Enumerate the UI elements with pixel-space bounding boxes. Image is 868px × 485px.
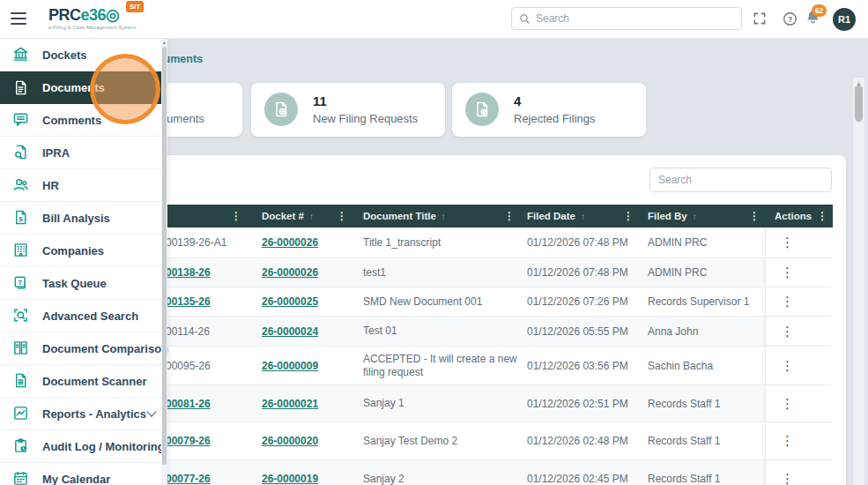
people-icon [12,176,30,194]
card-count: 4 [514,93,521,108]
row-actions-button[interactable]: ⋮ [775,233,799,252]
sidebar-item-documents[interactable]: Documents [0,71,167,104]
sidebar-item-bill-analysis[interactable]: $ Bill Analysis [0,202,167,235]
filing-number: 00114-26 [166,325,210,338]
chevron-down-icon [146,407,156,416]
filed-date: 01/12/2026 02:51 PM [527,398,628,410]
filing-link[interactable]: 00081-26 [166,398,211,410]
row-actions-button[interactable]: ⋮ [775,292,799,311]
table-row[interactable]: 00114-26 26-0000024 Test 01 01/12/2026 0… [79,317,833,347]
summary-card-rejected-filings[interactable]: 4 Rejected Filings [452,83,646,137]
sidebar-item-my-calendar[interactable]: My Calendar [0,463,167,485]
filing-number: 00095-26 [166,360,211,372]
docket-link[interactable]: 26-0000021 [262,398,318,410]
filed-date: 01/12/2026 07:48 PM [527,266,628,279]
column-menu-icon[interactable]: ⋮ [618,210,639,222]
filing-link[interactable]: 00135-26 [166,295,211,308]
page-scrollbar-thumb[interactable] [855,86,863,122]
file-plus-icon [264,93,298,126]
global-search [511,7,742,30]
docket-link[interactable]: 26-0000026 [262,236,318,249]
column-header-docket[interactable]: Docket #↑⋮ [247,205,352,228]
table-row[interactable]: 00138-26 26-0000026 test1 01/12/2026 07:… [79,258,833,287]
column-menu-icon[interactable]: ⋮ [499,210,520,222]
filing-link[interactable]: 00138-26 [166,266,211,279]
column-menu-icon[interactable]: ⋮ [331,210,352,222]
docket-link[interactable]: 26-0000025 [262,295,318,308]
table-row[interactable]: 00077-26 26-0000019 Sanjay 2 01/12/2026 … [79,460,833,485]
table-row[interactable]: 00135-26 26-0000025 SMD New Document 001… [79,287,833,317]
hamburger-menu-icon[interactable] [11,12,26,26]
docket-link[interactable]: 26-0000019 [262,473,318,485]
logo-e36: e36 [81,6,107,24]
row-actions-button[interactable]: ⋮ [775,356,799,376]
column-header-filed-date[interactable]: Filed Date↑⋮ [520,205,639,228]
notifications-button[interactable]: 62 [805,9,826,30]
scroll-up-icon[interactable]: ▲ [162,40,167,45]
docket-link[interactable]: 26-0000009 [262,360,318,372]
notification-badge: 62 [812,4,827,17]
bank-icon [12,46,30,63]
docket-link[interactable]: 26-0000020 [262,435,318,447]
filing-link[interactable]: 00077-26 [166,473,211,485]
row-actions-button[interactable]: ⋮ [775,263,799,282]
row-actions-button[interactable]: ⋮ [775,322,799,341]
sidebar-scrollbar[interactable]: ▲ [161,39,167,485]
sort-asc-icon[interactable]: ↑ [581,212,585,221]
sidebar-item-document-scanner[interactable]: Document Scanner [0,365,167,398]
card-label: New Filing Requests [313,112,418,125]
sidebar-scrollbar-thumb[interactable] [162,47,167,465]
column-menu-icon[interactable]: ⋮ [812,210,833,222]
table-row[interactable]: 00139-26-A1 26-0000026 Title 1_transcrip… [79,228,833,258]
app-logo: PRCe36◎ e-Filing & Case Management Syste… [48,7,136,31]
docket-link[interactable]: 26-0000026 [262,266,318,279]
sort-asc-icon[interactable]: ↑ [309,212,314,221]
docket-link[interactable]: 26-0000024 [262,325,318,338]
sidebar-item-label: HR [42,179,59,192]
table-row[interactable]: 00081-26 26-0000021 Sanjay 1 01/12/2026 … [79,385,833,422]
document-title: Test 01 [363,325,397,338]
document-title: Sanjay Test Demo 2 [363,435,457,448]
sidebar-item-ipra[interactable]: IPRA [0,137,167,169]
row-actions-button[interactable]: ⋮ [775,394,799,414]
file-dollar-icon: $ [12,209,30,227]
filed-by: Sachin Bacha [648,360,713,372]
sidebar-item-label: Reports - Analytics [42,407,146,421]
column-menu-icon[interactable]: ⋮ [744,210,765,222]
advanced-search-icon [12,307,30,325]
sidebar-item-task-queue[interactable]: T Task Queue [0,267,167,300]
table-search-input[interactable] [649,168,832,192]
sidebar-item-hr[interactable]: HR [0,169,167,202]
comment-icon [12,111,30,129]
summary-card-new-filing-requests[interactable]: 11 New Filing Requests [251,83,445,137]
sort-asc-icon[interactable]: ↑ [441,212,446,221]
column-menu-icon[interactable]: ⋮ [226,210,247,222]
avatar[interactable]: R1 [833,8,856,31]
app-root: PRCe36◎ e-Filing & Case Management Syste… [0,0,868,485]
file-search-icon [12,144,30,161]
card-count: 11 [313,93,327,108]
row-actions-button[interactable]: ⋮ [775,469,799,485]
help-icon[interactable]: ? [783,11,798,27]
sidebar-item-document-comparison[interactable]: Document Comparison [0,332,167,365]
column-header-actions[interactable]: Actions⋮ [765,205,833,228]
filing-link[interactable]: 00079-26 [166,435,211,447]
sidebar-item-comments[interactable]: Comments [0,104,167,137]
sidebar-item-label: Document Comparison [42,342,168,355]
sidebar-item-label: Audit Log / Monitoring [42,440,165,453]
column-header-filed-by[interactable]: Filed By↑⋮ [639,205,765,228]
fullscreen-icon[interactable] [753,11,768,27]
sidebar-item-audit-log[interactable]: Audit Log / Monitoring [0,430,167,463]
sort-asc-icon[interactable]: ↑ [693,212,697,221]
sidebar-item-reports-analytics[interactable]: Reports - Analytics [0,398,167,430]
table-row[interactable]: 00095-26 26-0000009 ACCEPTED - It will c… [79,347,833,385]
column-header-document-title[interactable]: Document Title↑⋮ [352,205,520,228]
sidebar-item-dockets[interactable]: Dockets [0,39,167,71]
sidebar-item-companies[interactable]: Companies [0,235,167,267]
table-row[interactable]: 00079-26 26-0000020 Sanjay Test Demo 2 0… [79,422,833,460]
document-comparison-icon [12,340,30,357]
global-search-input[interactable] [536,12,734,25]
page-scrollbar[interactable] [853,78,864,485]
sidebar-item-advanced-search[interactable]: Advanced Search [0,300,167,332]
row-actions-button[interactable]: ⋮ [775,431,799,451]
